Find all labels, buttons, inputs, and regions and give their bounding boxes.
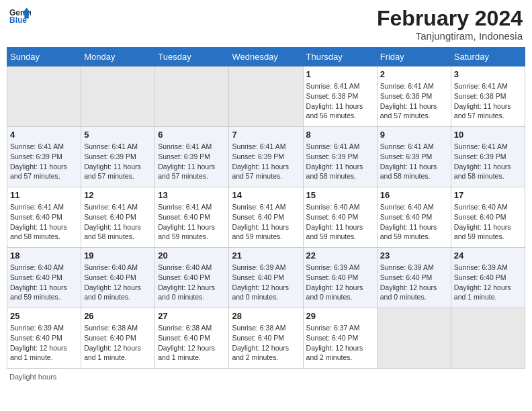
day-number: 14 <box>232 190 300 200</box>
day-info: Sunrise: 6:41 AMSunset: 6:40 PMDaylight:… <box>232 202 300 242</box>
calendar-cell: 24 Sunrise: 6:39 AMSunset: 6:40 PMDaylig… <box>451 248 525 308</box>
calendar-cell: 20 Sunrise: 6:40 AMSunset: 6:40 PMDaylig… <box>155 248 229 308</box>
day-info: Sunrise: 6:41 AMSunset: 6:40 PMDaylight:… <box>84 202 152 242</box>
calendar-cell <box>155 66 229 127</box>
day-info: Sunrise: 6:41 AMSunset: 6:38 PMDaylight:… <box>306 81 374 121</box>
day-info: Sunrise: 6:41 AMSunset: 6:38 PMDaylight:… <box>454 81 522 121</box>
calendar-cell: 14 Sunrise: 6:41 AMSunset: 6:40 PMDaylig… <box>229 187 303 248</box>
header-tuesday: Tuesday <box>155 48 229 66</box>
calendar-cell: 29 Sunrise: 6:37 AMSunset: 6:40 PMDaylig… <box>303 308 377 369</box>
calendar-table: Sunday Monday Tuesday Wednesday Thursday… <box>7 47 525 369</box>
week-row-1: 1 Sunrise: 6:41 AMSunset: 6:38 PMDayligh… <box>7 66 525 127</box>
calendar-cell: 7 Sunrise: 6:41 AMSunset: 6:39 PMDayligh… <box>229 127 303 187</box>
header: General Blue February 2024 Tanjungtiram,… <box>7 7 525 42</box>
calendar-cell: 18 Sunrise: 6:40 AMSunset: 6:40 PMDaylig… <box>7 248 81 308</box>
calendar-cell: 15 Sunrise: 6:40 AMSunset: 6:40 PMDaylig… <box>303 187 377 248</box>
calendar-cell: 25 Sunrise: 6:39 AMSunset: 6:40 PMDaylig… <box>7 308 81 369</box>
day-number: 25 <box>10 311 78 321</box>
header-monday: Monday <box>81 48 155 66</box>
header-saturday: Saturday <box>451 48 525 66</box>
calendar-cell: 12 Sunrise: 6:41 AMSunset: 6:40 PMDaylig… <box>81 187 155 248</box>
day-info: Sunrise: 6:39 AMSunset: 6:40 PMDaylight:… <box>232 263 300 302</box>
header-wednesday: Wednesday <box>229 48 303 66</box>
calendar-cell: 28 Sunrise: 6:38 AMSunset: 6:40 PMDaylig… <box>229 308 303 369</box>
day-info: Sunrise: 6:39 AMSunset: 6:40 PMDaylight:… <box>10 323 78 363</box>
calendar-cell: 23 Sunrise: 6:39 AMSunset: 6:40 PMDaylig… <box>377 248 451 308</box>
day-info: Sunrise: 6:38 AMSunset: 6:40 PMDaylight:… <box>232 323 300 363</box>
day-number: 27 <box>158 311 226 321</box>
week-row-5: 25 Sunrise: 6:39 AMSunset: 6:40 PMDaylig… <box>7 308 525 369</box>
calendar-cell: 5 Sunrise: 6:41 AMSunset: 6:39 PMDayligh… <box>81 127 155 187</box>
day-number: 15 <box>306 190 374 200</box>
day-info: Sunrise: 6:41 AMSunset: 6:39 PMDaylight:… <box>84 142 152 181</box>
calendar-cell: 6 Sunrise: 6:41 AMSunset: 6:39 PMDayligh… <box>155 127 229 187</box>
week-row-2: 4 Sunrise: 6:41 AMSunset: 6:39 PMDayligh… <box>7 127 525 187</box>
calendar-cell: 27 Sunrise: 6:38 AMSunset: 6:40 PMDaylig… <box>155 308 229 369</box>
calendar-cell: 3 Sunrise: 6:41 AMSunset: 6:38 PMDayligh… <box>451 66 525 127</box>
day-number: 11 <box>10 190 78 200</box>
day-number: 5 <box>84 130 152 140</box>
day-number: 6 <box>158 130 226 140</box>
daylight-label: Daylight hours <box>9 373 56 381</box>
calendar-cell: 13 Sunrise: 6:41 AMSunset: 6:40 PMDaylig… <box>155 187 229 248</box>
day-info: Sunrise: 6:40 AMSunset: 6:40 PMDaylight:… <box>10 263 78 302</box>
day-info: Sunrise: 6:39 AMSunset: 6:40 PMDaylight:… <box>454 263 522 302</box>
week-row-3: 11 Sunrise: 6:41 AMSunset: 6:40 PMDaylig… <box>7 187 525 248</box>
day-number: 18 <box>10 250 78 261</box>
calendar-cell: 11 Sunrise: 6:41 AMSunset: 6:40 PMDaylig… <box>7 187 81 248</box>
day-info: Sunrise: 6:41 AMSunset: 6:39 PMDaylight:… <box>158 142 226 181</box>
day-info: Sunrise: 6:41 AMSunset: 6:38 PMDaylight:… <box>380 81 448 121</box>
calendar-cell <box>377 308 451 369</box>
day-headers-row: Sunday Monday Tuesday Wednesday Thursday… <box>7 48 525 66</box>
calendar-cell: 19 Sunrise: 6:40 AMSunset: 6:40 PMDaylig… <box>81 248 155 308</box>
day-number: 7 <box>232 130 300 140</box>
day-number: 17 <box>454 190 522 200</box>
calendar-cell <box>229 66 303 127</box>
calendar-cell: 8 Sunrise: 6:41 AMSunset: 6:39 PMDayligh… <box>303 127 377 187</box>
header-thursday: Thursday <box>303 48 377 66</box>
day-number: 24 <box>454 250 522 261</box>
day-info: Sunrise: 6:40 AMSunset: 6:40 PMDaylight:… <box>380 202 448 242</box>
day-info: Sunrise: 6:39 AMSunset: 6:40 PMDaylight:… <box>380 263 448 302</box>
day-info: Sunrise: 6:40 AMSunset: 6:40 PMDaylight:… <box>158 263 226 302</box>
day-number: 3 <box>454 69 522 79</box>
day-info: Sunrise: 6:38 AMSunset: 6:40 PMDaylight:… <box>84 323 152 363</box>
day-number: 1 <box>306 69 374 79</box>
logo-icon: General Blue <box>9 7 31 26</box>
header-sunday: Sunday <box>7 48 81 66</box>
day-number: 22 <box>306 250 374 261</box>
footer-note: Daylight hours <box>7 373 525 381</box>
calendar-cell: 10 Sunrise: 6:41 AMSunset: 6:39 PMDaylig… <box>451 127 525 187</box>
day-info: Sunrise: 6:39 AMSunset: 6:40 PMDaylight:… <box>306 263 374 302</box>
day-info: Sunrise: 6:41 AMSunset: 6:40 PMDaylight:… <box>158 202 226 242</box>
day-number: 10 <box>454 130 522 140</box>
day-number: 16 <box>380 190 448 200</box>
month-year-title: February 2024 <box>377 7 523 30</box>
calendar-cell <box>7 66 81 127</box>
day-number: 8 <box>306 130 374 140</box>
day-info: Sunrise: 6:41 AMSunset: 6:40 PMDaylight:… <box>10 202 78 242</box>
day-info: Sunrise: 6:40 AMSunset: 6:40 PMDaylight:… <box>306 202 374 242</box>
calendar-cell: 2 Sunrise: 6:41 AMSunset: 6:38 PMDayligh… <box>377 66 451 127</box>
day-info: Sunrise: 6:41 AMSunset: 6:39 PMDaylight:… <box>232 142 300 181</box>
day-number: 23 <box>380 250 448 261</box>
day-info: Sunrise: 6:41 AMSunset: 6:39 PMDaylight:… <box>10 142 78 181</box>
day-number: 4 <box>10 130 78 140</box>
calendar-cell: 9 Sunrise: 6:41 AMSunset: 6:39 PMDayligh… <box>377 127 451 187</box>
logo: General Blue <box>9 7 31 26</box>
calendar-cell: 17 Sunrise: 6:40 AMSunset: 6:40 PMDaylig… <box>451 187 525 248</box>
day-number: 2 <box>380 69 448 79</box>
calendar-cell: 26 Sunrise: 6:38 AMSunset: 6:40 PMDaylig… <box>81 308 155 369</box>
day-info: Sunrise: 6:40 AMSunset: 6:40 PMDaylight:… <box>454 202 522 242</box>
svg-text:Blue: Blue <box>9 15 27 25</box>
day-number: 9 <box>380 130 448 140</box>
week-row-4: 18 Sunrise: 6:40 AMSunset: 6:40 PMDaylig… <box>7 248 525 308</box>
calendar-cell: 16 Sunrise: 6:40 AMSunset: 6:40 PMDaylig… <box>377 187 451 248</box>
calendar-cell: 4 Sunrise: 6:41 AMSunset: 6:39 PMDayligh… <box>7 127 81 187</box>
calendar-cell: 1 Sunrise: 6:41 AMSunset: 6:38 PMDayligh… <box>303 66 377 127</box>
day-number: 12 <box>84 190 152 200</box>
title-area: February 2024 Tanjungtiram, Indonesia <box>377 7 523 42</box>
day-number: 19 <box>84 250 152 261</box>
day-number: 29 <box>306 311 374 321</box>
day-info: Sunrise: 6:41 AMSunset: 6:39 PMDaylight:… <box>380 142 448 181</box>
